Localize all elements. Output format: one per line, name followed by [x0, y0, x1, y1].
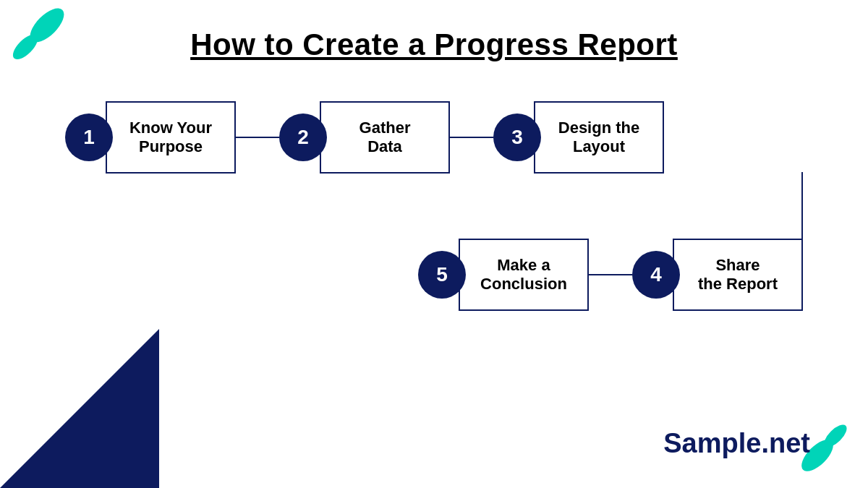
step-5-circle: 5	[418, 251, 466, 299]
step-2-box: GatherData	[320, 101, 450, 174]
step-4-circle: 4	[632, 251, 680, 299]
connector-4-5	[589, 274, 632, 276]
step-3-box: Design theLayout	[534, 101, 664, 174]
flow-row-2: 4 Sharethe Report 5 Make aConclusion	[43, 239, 825, 311]
connector-2-3	[450, 137, 493, 139]
step-3-item: 3 Design theLayout	[493, 101, 664, 174]
watermark: Sample.net	[663, 428, 810, 459]
page-title: How to Create a Progress Report	[0, 0, 868, 62]
connector-1-2	[236, 137, 279, 139]
step-5-item: 5 Make aConclusion	[418, 239, 589, 311]
step-4-item: 4 Sharethe Report	[632, 239, 803, 311]
step-1-item: 1 Know YourPurpose	[65, 101, 236, 174]
step-5-box: Make aConclusion	[459, 239, 589, 311]
decorative-triangle-bottom-left	[0, 329, 159, 488]
step-4-box: Sharethe Report	[673, 239, 803, 311]
vertical-connector-3-4	[801, 172, 804, 239]
step-2-item: 2 GatherData	[279, 101, 450, 174]
step-3-circle: 3	[493, 114, 541, 161]
flow-diagram: 1 Know YourPurpose 2 GatherData 3 Design…	[43, 101, 825, 311]
step-1-circle: 1	[65, 114, 113, 161]
step-1-box: Know YourPurpose	[106, 101, 236, 174]
decorative-leaf-top-left	[7, 7, 65, 65]
flow-row-1: 1 Know YourPurpose 2 GatherData 3 Design…	[43, 101, 825, 174]
step-2-circle: 2	[279, 114, 327, 161]
